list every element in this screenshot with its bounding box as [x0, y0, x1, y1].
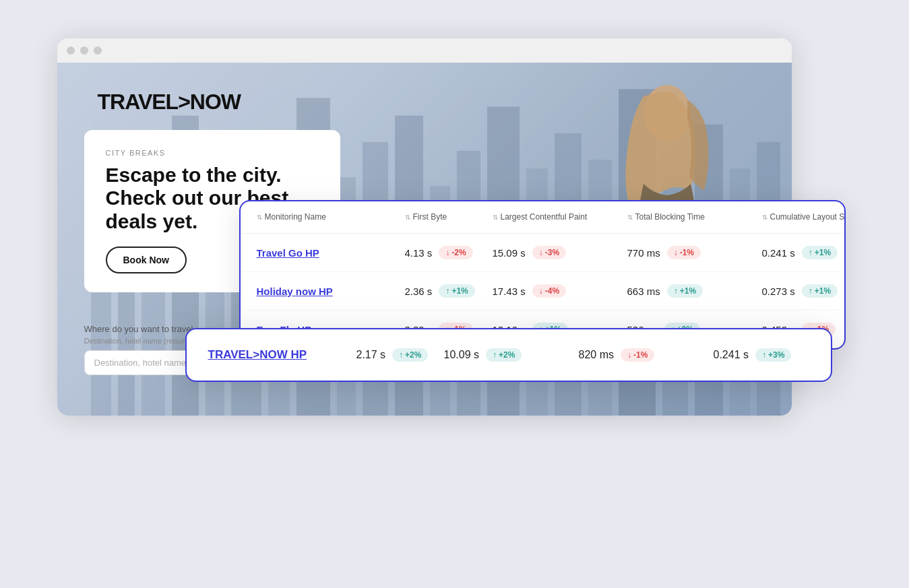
fb-value-1: 2.36 s [405, 286, 433, 297]
highlight-fb-value: 2.17 s [356, 349, 386, 361]
promo-category: CITY BREAKS [106, 149, 319, 157]
metric-cell-tbt-1: 663 ms ↑ +1% [627, 284, 762, 298]
highlight-row: TRAVEL>NOW HP 2.17 s ↑ +2% 10.09 s ↑ +2%… [187, 329, 831, 381]
browser-titlebar [57, 38, 792, 63]
highlight-site-name[interactable]: TRAVEL>NOW HP [208, 348, 356, 362]
sort-icon-lcp[interactable]: ⇅ [493, 213, 498, 222]
tbt-badge-0: ↓ -1% [667, 246, 701, 259]
col-tbt: ⇅ Total Blocking Time [627, 212, 762, 223]
arrow-up-icon: ↑ [445, 286, 449, 296]
highlight-cls-badge: ↑ +3% [755, 348, 791, 362]
metric-cell-fb-1: 2.36 s ↑ +1% [405, 284, 493, 298]
lcp-value-1: 17.43 s [493, 286, 526, 297]
site-name-travel-go[interactable]: Travel Go HP [257, 247, 405, 259]
outer-container: TRAVEL>NOW CITY BREAKS Escape to the cit… [57, 38, 852, 550]
highlight-fb-cell: 2.17 s ↑ +2% [356, 348, 444, 362]
performance-table: ⇅ Monitoring Name ⇅ First Byte ⇅ Largest… [239, 200, 846, 350]
arrow-up-icon: ↑ [762, 350, 766, 360]
tbt-badge-1: ↑ +1% [667, 284, 703, 298]
col-cls: ⇅ Cumulative Layout Shift [762, 212, 846, 223]
tbt-value-0: 770 ms [627, 247, 660, 259]
arrow-down-icon: ↓ [539, 286, 543, 296]
highlight-lcp-cell: 10.09 s ↑ +2% [444, 348, 579, 362]
highlight-cls-cell: 0.241 s ↑ +3% [714, 348, 832, 362]
browser-dot-2 [80, 46, 88, 55]
arrow-up-icon: ↑ [493, 350, 497, 360]
highlight-fb-badge: ↑ +2% [392, 348, 428, 362]
col-lcp: ⇅ Largest Contentful Paint [493, 212, 627, 223]
lcp-badge-0: ↓ -3% [532, 246, 566, 259]
metric-cell-fb-0: 4.13 s ↓ -2% [405, 246, 493, 259]
cls-badge-1: ↑ +1% [802, 284, 838, 298]
highlight-lcp-badge: ↑ +2% [486, 348, 522, 362]
fb-badge-0: ↓ -2% [439, 246, 472, 259]
arrow-up-icon: ↑ [809, 286, 813, 296]
brand-logo: TRAVEL>NOW [98, 90, 241, 115]
arrow-down-icon: ↓ [674, 248, 678, 257]
lcp-badge-1: ↓ -4% [532, 284, 566, 298]
table-header: ⇅ Monitoring Name ⇅ First Byte ⇅ Largest… [241, 201, 844, 234]
metric-cell-tbt-0: 770 ms ↓ -1% [627, 246, 762, 259]
cls-value-0: 0.241 s [762, 247, 795, 259]
fb-badge-1: ↑ +1% [439, 284, 474, 298]
metric-cell-lcp-0: 15.09 s ↓ -3% [493, 246, 627, 259]
sort-icon-cls[interactable]: ⇅ [762, 213, 767, 222]
col-first-byte: ⇅ First Byte [405, 212, 493, 223]
lcp-value-0: 15.09 s [493, 247, 526, 259]
cls-value-1: 0.273 s [762, 286, 795, 297]
arrow-down-icon: ↓ [627, 350, 631, 360]
highlight-tbt-badge: ↓ -1% [621, 348, 654, 362]
cls-badge-0: ↑ +1% [802, 246, 838, 259]
book-now-button[interactable]: Book Now [106, 247, 187, 273]
table-row-holiday-now: Holiday now HP 2.36 s ↑ +1% 17.43 s ↓ -4… [241, 272, 844, 311]
highlight-card: TRAVEL>NOW HP 2.17 s ↑ +2% 10.09 s ↑ +2%… [185, 328, 832, 382]
highlight-tbt-cell: 820 ms ↓ -1% [579, 348, 714, 362]
sort-icon-tbt[interactable]: ⇅ [627, 213, 633, 222]
arrow-down-icon: ↓ [539, 248, 543, 257]
highlight-cls-value: 0.241 s [714, 349, 749, 361]
metric-cell-cls-1: 0.273 s ↑ +1% [762, 284, 846, 298]
highlight-lcp-value: 10.09 s [444, 349, 479, 361]
tbt-value-1: 663 ms [627, 286, 660, 297]
arrow-down-icon: ↓ [445, 248, 449, 257]
arrow-up-icon: ↑ [399, 350, 403, 360]
metric-cell-cls-0: 0.241 s ↑ +1% [762, 246, 846, 259]
metric-cell-lcp-1: 17.43 s ↓ -4% [493, 284, 627, 298]
sort-icon-fb[interactable]: ⇅ [405, 213, 410, 222]
site-name-holiday-now[interactable]: Holiday now HP [257, 286, 405, 297]
arrow-up-icon: ↑ [674, 286, 678, 296]
table-row-travel-go: Travel Go HP 4.13 s ↓ -2% 15.09 s ↓ -3% … [241, 234, 844, 272]
arrow-up-icon: ↑ [809, 248, 813, 257]
browser-dot-3 [94, 46, 102, 55]
highlight-tbt-value: 820 ms [579, 349, 614, 361]
col-monitoring-name: ⇅ Monitoring Name [257, 212, 405, 223]
browser-dot-1 [67, 46, 75, 55]
fb-value-0: 4.13 s [405, 247, 433, 259]
sort-icon-name[interactable]: ⇅ [257, 213, 262, 222]
